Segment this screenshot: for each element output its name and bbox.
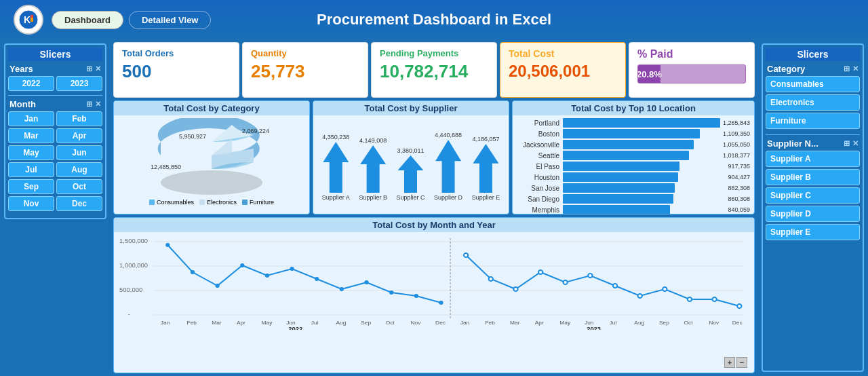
logo: K xyxy=(14,5,43,35)
months-grid: Jan Feb Mar Apr May Jun Jul Aug Sep Oct … xyxy=(8,111,102,211)
right-slicer-title: Slicers xyxy=(766,48,860,61)
month-feb-btn[interactable]: Feb xyxy=(56,111,102,126)
month-dec-btn[interactable]: Dec xyxy=(56,196,102,211)
category-filter-icon[interactable]: ⊞ xyxy=(844,64,850,73)
supplier-filter-icon[interactable]: ⊞ xyxy=(844,139,850,148)
supplier-c-col: 3,380,011 Supplier C xyxy=(396,147,425,201)
svg-text:Oct: Oct xyxy=(684,320,694,326)
sandiego-bar xyxy=(563,194,673,204)
total-cost-value: 20,506,001 xyxy=(509,62,617,81)
center-content: Total Orders 500 Quantity 25,773 Pending… xyxy=(111,39,757,376)
zoom-in-btn[interactable]: + xyxy=(724,357,735,368)
consumables-dot xyxy=(149,200,155,205)
supplier-a-slicer-btn[interactable]: Supplier A xyxy=(766,151,860,167)
month-jun-btn[interactable]: Jun xyxy=(56,145,102,160)
supplier-d-name: Supplier D xyxy=(434,194,462,201)
svg-text:May: May xyxy=(559,320,571,326)
category-clear-icon[interactable]: ✕ xyxy=(852,64,859,73)
page-title: Procurement Dashboard in Excel xyxy=(317,11,551,29)
category-electronics-btn[interactable]: Electronics xyxy=(766,94,860,111)
jacksonville-bar xyxy=(563,140,694,149)
supplier-d-col: 4,440,688 Supplier D xyxy=(434,132,462,201)
left-slicer: Slicers Years ⊞ ✕ 2022 2023 Month ⊞ ✕ xyxy=(0,39,111,376)
svg-text:Dec: Dec xyxy=(732,320,743,326)
quantity-label: Quantity xyxy=(251,48,359,58)
right-slicer-divider xyxy=(766,134,860,135)
category-slicer-label: Category ⊞ ✕ xyxy=(767,64,859,74)
slicer-divider xyxy=(8,95,102,96)
category-list: Consumables Electronics Furniture xyxy=(766,76,860,129)
category-furniture-btn[interactable]: Furniture xyxy=(766,113,860,129)
memphis-bar xyxy=(563,205,670,214)
pie-area: 5,950,927 2,069,224 12,485,850 Consumabl… xyxy=(118,118,305,212)
supplier-b-val: 4,149,008 xyxy=(359,137,387,144)
month-oct-btn[interactable]: Oct xyxy=(56,179,102,194)
month-filter-icon[interactable]: ⊞ xyxy=(86,100,92,109)
month-may-btn[interactable]: May xyxy=(8,145,54,160)
svg-text:1,000,000: 1,000,000 xyxy=(119,262,148,269)
svg-point-33 xyxy=(588,274,592,278)
svg-text:Aug: Aug xyxy=(336,320,346,326)
location-row-memphis: Memphis 840,059 xyxy=(517,205,750,214)
svg-point-29 xyxy=(489,277,493,281)
svg-text:5,950,927: 5,950,927 xyxy=(179,133,206,140)
category-consumables-btn[interactable]: Consumables xyxy=(766,76,860,92)
supplier-d-val: 4,440,688 xyxy=(435,132,462,138)
pending-label: Pending Payments xyxy=(380,48,488,58)
line-chart-area: 1,500,000 1,000,000 500,000 - xyxy=(118,235,750,369)
supplier-clear-icon[interactable]: ✕ xyxy=(852,139,859,148)
svg-text:Feb: Feb xyxy=(187,320,197,326)
supplier-e-arrow xyxy=(473,144,498,193)
year-2023-btn[interactable]: 2023 xyxy=(56,76,102,91)
month-clear-icon[interactable]: ✕ xyxy=(95,100,101,109)
top-bar: K Dashboard Detailed View Procurement Da… xyxy=(0,0,868,39)
svg-text:Apr: Apr xyxy=(535,320,544,326)
total-orders-label: Total Orders xyxy=(122,48,231,58)
svg-point-24 xyxy=(364,280,368,284)
svg-text:2023: 2023 xyxy=(587,326,601,330)
svg-point-30 xyxy=(513,287,517,291)
years-filter-icon[interactable]: ⊞ xyxy=(86,64,92,73)
supplier-d-slicer-btn[interactable]: Supplier D xyxy=(766,206,860,222)
dashboard-nav-btn[interactable]: Dashboard xyxy=(52,11,123,29)
total-orders-value: 500 xyxy=(122,61,231,82)
month-aug-btn[interactable]: Aug xyxy=(56,162,102,177)
supplier-c-slicer-btn[interactable]: Supplier C xyxy=(766,187,860,204)
svg-point-27 xyxy=(439,301,443,305)
month-nov-btn[interactable]: Nov xyxy=(8,196,54,211)
svg-point-37 xyxy=(688,297,692,301)
location-row-jacksonville: Jacksonville 1,055,050 xyxy=(517,140,750,149)
supplier-d-arrow xyxy=(435,140,461,193)
detailed-view-nav-btn[interactable]: Detailed View xyxy=(129,11,212,29)
month-sep-btn[interactable]: Sep xyxy=(8,179,54,194)
boston-bar xyxy=(563,129,700,138)
years-clear-icon[interactable]: ✕ xyxy=(95,64,101,73)
kpi-pct-paid: % Paid 20.8% xyxy=(629,42,755,98)
pct-paid-bar: 20.8% xyxy=(637,64,746,83)
zoom-out-btn[interactable]: − xyxy=(736,357,747,368)
supplier-c-val: 3,380,011 xyxy=(397,147,424,154)
years-label-text: Years xyxy=(9,64,33,74)
svg-text:Dec: Dec xyxy=(435,320,446,326)
left-slicer-title: Slicers xyxy=(8,48,102,61)
supplier-b-col: 4,149,008 Supplier B xyxy=(359,137,387,201)
portland-bar xyxy=(563,118,720,128)
supplier-b-name: Supplier B xyxy=(359,194,387,201)
line-chart-title: Total Cost by Month and Year xyxy=(114,218,754,232)
svg-point-25 xyxy=(389,290,393,295)
supplier-b-slicer-btn[interactable]: Supplier B xyxy=(766,169,860,185)
month-jan-btn[interactable]: Jan xyxy=(8,111,54,126)
month-mar-btn[interactable]: Mar xyxy=(8,128,54,143)
supplier-e-slicer-btn[interactable]: Supplier E xyxy=(766,224,860,240)
month-apr-btn[interactable]: Apr xyxy=(56,128,102,143)
svg-text:Oct: Oct xyxy=(386,320,395,326)
year-2022-btn[interactable]: 2022 xyxy=(8,76,54,91)
supplier-e-col: 4,186,057 Supplier E xyxy=(472,136,500,201)
svg-point-16 xyxy=(165,243,170,247)
svg-point-31 xyxy=(538,270,542,274)
svg-text:Sep: Sep xyxy=(659,320,669,326)
month-jul-btn[interactable]: Jul xyxy=(8,162,54,177)
svg-text:Mar: Mar xyxy=(510,320,520,326)
svg-text:500,000: 500,000 xyxy=(119,286,142,293)
svg-text:Apr: Apr xyxy=(237,320,245,326)
